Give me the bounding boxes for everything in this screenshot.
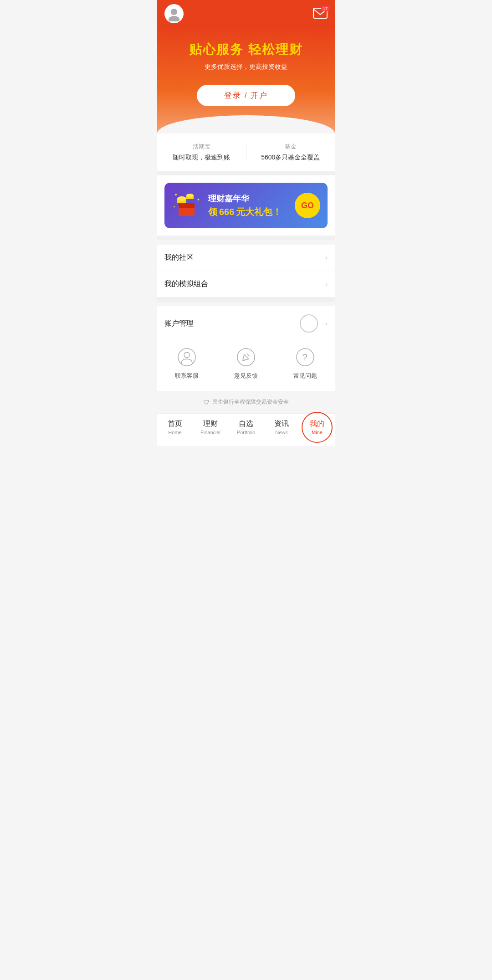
promo-suffix: 元大礼包！ bbox=[236, 207, 282, 217]
nav-item-financial[interactable]: 理财 Financial bbox=[193, 417, 228, 437]
nav-label-news-en: News bbox=[275, 430, 288, 435]
promo-prefix: 领 bbox=[208, 207, 217, 217]
menu-item-community[interactable]: 我的社区 › bbox=[157, 245, 335, 271]
svg-text:?: ? bbox=[302, 352, 308, 362]
nav-label-portfolio-cn: 自选 bbox=[239, 419, 253, 429]
promo-title: 理财嘉年华 bbox=[208, 193, 295, 204]
product-item-fund[interactable]: 基金 5600多只基金全覆盖 bbox=[246, 143, 335, 162]
mail-wrapper[interactable]: 17 bbox=[313, 8, 328, 20]
product-label-2: 基金 bbox=[251, 143, 331, 151]
promo-subtitle: 领 666 元大礼包！ bbox=[208, 206, 295, 218]
nav-item-home[interactable]: 首页 Home bbox=[157, 417, 193, 437]
go-button[interactable]: GO bbox=[295, 193, 320, 218]
svg-text:✦: ✦ bbox=[174, 192, 178, 197]
nav-label-portfolio-en: Portfolio bbox=[237, 430, 255, 435]
account-section: 账户管理 › bbox=[157, 306, 335, 337]
hero-banner: 贴心服务 轻松理财 更多优质选择，更高投资收益 登录 / 开户 bbox=[157, 27, 335, 133]
nav-label-financial-cn: 理财 bbox=[203, 419, 218, 429]
svg-line-17 bbox=[247, 354, 250, 356]
product-item-huoqibao[interactable]: 活期宝 随时取现，极速到账 bbox=[157, 143, 246, 162]
person-service-icon bbox=[176, 346, 198, 368]
nav-item-mine[interactable]: 我的 Mine bbox=[299, 417, 335, 437]
nav-label-news-cn: 资讯 bbox=[274, 419, 289, 429]
svg-rect-4 bbox=[179, 203, 195, 208]
svg-text:✦: ✦ bbox=[173, 205, 175, 208]
product-desc-1: 随时取现，极速到账 bbox=[162, 154, 241, 162]
login-button[interactable]: 登录 / 开户 bbox=[197, 85, 295, 106]
service-row: 联系客服 意见反馈 ? 常见问题 bbox=[157, 337, 335, 391]
promo-banner[interactable]: ✦ ✦ ✦ 理财嘉年华 领 666 元大礼包！ GO bbox=[164, 183, 328, 228]
service-label-feedback: 意见反馈 bbox=[234, 372, 258, 380]
nav-label-home-en: Home bbox=[168, 430, 181, 435]
hero-title: 贴心服务 轻松理财 bbox=[166, 41, 326, 58]
shield-icon: 🛡 bbox=[203, 399, 210, 406]
divider-3 bbox=[157, 297, 335, 302]
svg-point-16 bbox=[237, 349, 255, 366]
chevron-right-icon-3: › bbox=[325, 319, 328, 328]
header: 17 bbox=[157, 0, 335, 27]
nav-label-financial-en: Financial bbox=[200, 430, 220, 435]
service-item-feedback[interactable]: 意见反馈 bbox=[234, 346, 258, 380]
edit-service-icon bbox=[235, 346, 257, 368]
product-label-1: 活期宝 bbox=[162, 143, 241, 151]
banner-card: ✦ ✦ ✦ 理财嘉年华 领 666 元大礼包！ GO bbox=[157, 175, 335, 236]
question-service-icon: ? bbox=[294, 346, 316, 368]
nav-item-news[interactable]: 资讯 News bbox=[264, 417, 299, 437]
account-circle-indicator bbox=[300, 314, 318, 333]
service-label-customer: 联系客服 bbox=[175, 372, 199, 380]
security-notice: 🛡 民生银行全程保障交易资金安全 bbox=[157, 391, 335, 413]
chevron-right-icon-2: › bbox=[325, 280, 328, 288]
svg-point-14 bbox=[178, 349, 195, 366]
nav-active-circle bbox=[302, 412, 333, 443]
nav-label-home-cn: 首页 bbox=[168, 419, 182, 429]
menu-label-portfolio: 我的模拟组合 bbox=[164, 279, 208, 289]
promo-amount: 666 bbox=[219, 207, 234, 217]
promo-text: 理财嘉年华 领 666 元大礼包！ bbox=[208, 193, 295, 218]
svg-point-15 bbox=[184, 352, 190, 358]
svg-point-7 bbox=[177, 196, 186, 201]
svg-text:✦: ✦ bbox=[197, 198, 200, 202]
divider-2 bbox=[157, 236, 335, 240]
avatar[interactable] bbox=[164, 4, 184, 23]
mail-badge: 17 bbox=[321, 6, 329, 11]
account-title: 账户管理 bbox=[164, 319, 194, 328]
avatar-icon bbox=[166, 6, 182, 21]
service-label-faq: 常见问题 bbox=[293, 372, 317, 380]
hero-subtitle: 更多优质选择，更高投资收益 bbox=[166, 63, 326, 71]
divider-1 bbox=[157, 171, 335, 175]
bottom-nav: 首页 Home 理财 Financial 自选 Portfolio 资讯 New… bbox=[157, 413, 335, 446]
svg-point-0 bbox=[171, 9, 177, 15]
security-text: 民生银行全程保障交易资金安全 bbox=[212, 398, 289, 406]
coins-graphic: ✦ ✦ ✦ bbox=[172, 187, 204, 224]
menu-section: 我的社区 › 我的模拟组合 › bbox=[157, 245, 335, 297]
product-section: 活期宝 随时取现，极速到账 基金 5600多只基金全覆盖 bbox=[157, 133, 335, 171]
service-item-faq[interactable]: ? 常见问题 bbox=[293, 346, 317, 380]
menu-item-portfolio[interactable]: 我的模拟组合 › bbox=[157, 271, 335, 297]
product-desc-2: 5600多只基金全覆盖 bbox=[251, 154, 331, 162]
chevron-right-icon: › bbox=[325, 254, 328, 262]
service-item-customer[interactable]: 联系客服 bbox=[175, 346, 199, 380]
account-header[interactable]: 账户管理 › bbox=[157, 306, 335, 337]
menu-label-community: 我的社区 bbox=[164, 253, 194, 262]
svg-point-1 bbox=[169, 16, 179, 21]
nav-item-portfolio[interactable]: 自选 Portfolio bbox=[228, 417, 264, 437]
hero-wave bbox=[157, 115, 335, 133]
svg-point-10 bbox=[186, 194, 194, 197]
